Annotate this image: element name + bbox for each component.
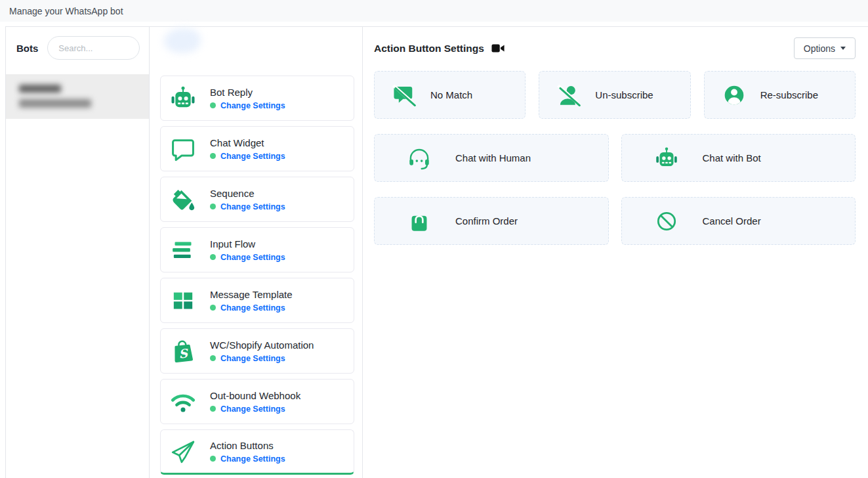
camera-video-icon[interactable] — [491, 43, 505, 53]
bot-list-item-selected[interactable] — [6, 74, 149, 119]
action-button-label: Re-subscribe — [760, 89, 818, 100]
paint-bucket-icon — [169, 186, 197, 213]
action-button-label: Cancel Order — [703, 215, 761, 227]
grid-icon — [169, 287, 197, 315]
paper-plane-icon — [169, 438, 197, 466]
status-dot — [210, 305, 216, 311]
page-header: Manage your WhatsApp bot — [0, 0, 868, 22]
user-circle-icon — [722, 83, 746, 107]
settings-card-message-template[interactable]: Message Template Change Settings — [160, 278, 354, 323]
panel-header: Action Button Settings Options — [374, 37, 856, 59]
change-settings-link[interactable]: Change Settings — [220, 454, 285, 464]
settings-column: Bot Reply Change Settings Chat Widget Ch… — [150, 27, 363, 478]
caret-down-icon — [840, 47, 846, 50]
action-button-confirm-order[interactable]: Confirm Order — [374, 197, 609, 245]
action-button-chat-with-bot[interactable]: Chat with Bot — [621, 134, 856, 182]
bot-name-redacted — [19, 85, 61, 93]
change-settings-link[interactable]: Change Settings — [220, 303, 285, 313]
headset-icon — [407, 146, 431, 170]
action-buttons-row-3: Confirm Order Cancel Order — [374, 197, 856, 245]
chat-bubble-icon — [169, 135, 197, 163]
bots-sidebar: Bots — [6, 27, 150, 478]
action-buttons-row-1: No Match Un-subscribe Re-subscribe — [374, 71, 856, 119]
robot-icon — [655, 146, 678, 170]
change-settings-link[interactable]: Change Settings — [220, 354, 285, 363]
change-settings-link[interactable]: Change Settings — [220, 202, 285, 211]
robot-icon — [169, 85, 197, 112]
status-dot — [210, 204, 216, 209]
card-title: Bot Reply — [210, 87, 285, 98]
shopping-bag-icon — [407, 209, 431, 233]
settings-card-bot-reply[interactable]: Bot Reply Change Settings — [160, 76, 354, 121]
status-dot — [210, 355, 216, 361]
change-settings-link[interactable]: Change Settings — [220, 404, 285, 414]
options-button-label: Options — [804, 43, 835, 54]
card-title: WC/Shopify Automation — [210, 339, 314, 351]
sidebar-header: Bots — [6, 27, 149, 60]
card-title: Out-bound Webhook — [210, 390, 300, 401]
settings-card-shopify-automation[interactable]: S WC/Shopify Automation Change Settings — [160, 328, 354, 374]
action-button-no-match[interactable]: No Match — [374, 71, 526, 119]
action-button-label: No Match — [430, 89, 472, 100]
action-button-resubscribe[interactable]: Re-subscribe — [704, 71, 856, 119]
card-title: Action Buttons — [210, 440, 285, 451]
change-settings-link[interactable]: Change Settings — [220, 253, 285, 262]
status-dot — [210, 406, 216, 412]
change-settings-link[interactable]: Change Settings — [220, 101, 285, 110]
main-content: Bots Bot Reply Change Settings — [5, 26, 868, 478]
blurred-avatar-blob — [164, 28, 201, 53]
bot-phone-redacted — [19, 99, 91, 108]
settings-card-chat-widget[interactable]: Chat Widget Change Settings — [160, 126, 354, 171]
bots-heading: Bots — [16, 43, 38, 54]
settings-card-outbound-webhook[interactable]: Out-bound Webhook Change Settings — [160, 379, 354, 424]
card-title: Input Flow — [210, 238, 285, 250]
settings-card-sequence[interactable]: Sequence Change Settings — [160, 177, 354, 222]
action-button-chat-with-human[interactable]: Chat with Human — [374, 134, 609, 182]
status-dot — [210, 254, 216, 260]
options-dropdown-button[interactable]: Options — [794, 37, 856, 59]
status-dot — [210, 456, 216, 462]
shopify-bag-icon: S — [169, 337, 197, 365]
status-dot — [210, 153, 216, 159]
change-settings-link[interactable]: Change Settings — [220, 152, 285, 161]
card-title: Chat Widget — [210, 137, 285, 148]
card-title: Sequence — [210, 188, 285, 199]
chat-slash-icon — [392, 83, 416, 107]
card-title: Message Template — [210, 289, 293, 300]
user-slash-icon — [557, 83, 581, 107]
action-button-unsubscribe[interactable]: Un-subscribe — [539, 71, 690, 119]
action-button-settings-panel: Action Button Settings Options No Match — [363, 27, 868, 478]
action-button-label: Confirm Order — [455, 215, 518, 227]
status-dot — [210, 102, 216, 108]
action-button-label: Un-subscribe — [595, 89, 653, 100]
panel-title: Action Button Settings — [374, 43, 484, 54]
bot-search-input[interactable] — [47, 36, 140, 60]
action-buttons-row-2: Chat with Human Chat with Bot — [374, 134, 856, 182]
page-title: Manage your WhatsApp bot — [9, 6, 123, 16]
settings-card-action-buttons[interactable]: Action Buttons Change Settings — [160, 429, 354, 475]
ban-icon — [655, 209, 678, 233]
action-button-label: Chat with Bot — [703, 152, 761, 163]
settings-card-list: Bot Reply Change Settings Chat Widget Ch… — [160, 76, 362, 475]
bars-icon — [169, 236, 197, 264]
wifi-icon — [169, 388, 197, 416]
settings-card-input-flow[interactable]: Input Flow Change Settings — [160, 227, 354, 272]
action-button-cancel-order[interactable]: Cancel Order — [621, 197, 856, 245]
action-button-label: Chat with Human — [455, 152, 531, 163]
